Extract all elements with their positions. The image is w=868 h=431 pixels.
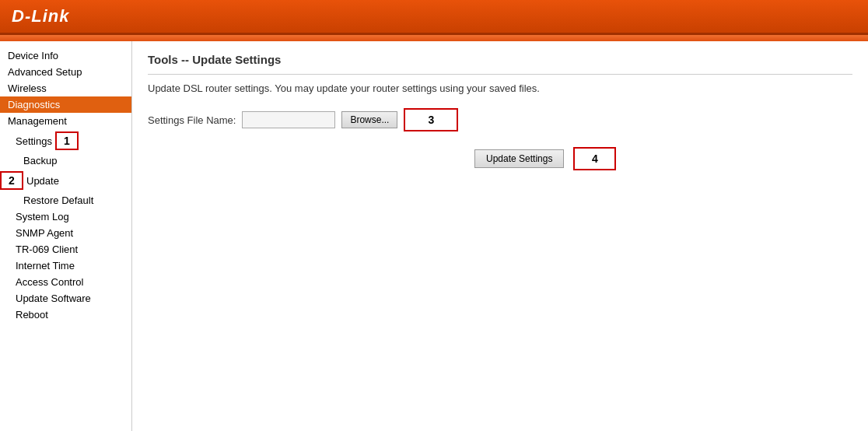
logo: D-Link — [12, 6, 69, 26]
annotation-2: 2 — [0, 171, 23, 190]
browse-button[interactable]: Browse... — [341, 111, 397, 128]
layout: Device Info Advanced Setup Wireless Diag… — [0, 41, 868, 431]
sidebar-item-advanced-setup[interactable]: Advanced Setup — [0, 64, 131, 80]
sidebar-item-management[interactable]: Management — [0, 113, 131, 129]
sidebar-item-reboot[interactable]: Reboot — [0, 307, 131, 323]
sidebar-item-restore-default[interactable]: Restore Default — [0, 192, 131, 208]
sidebar-item-settings[interactable]: Settings — [16, 135, 52, 147]
sidebar-item-device-info[interactable]: Device Info — [0, 47, 131, 64]
sidebar-item-update-software[interactable]: Update Software — [0, 290, 131, 307]
annotation-4: 4 — [573, 147, 616, 170]
divider — [148, 74, 852, 75]
sidebar-item-diagnostics[interactable]: Diagnostics — [0, 96, 131, 113]
annotation-1: 1 — [55, 131, 79, 150]
annotation-3: 3 — [404, 108, 458, 131]
page-title: Tools -- Update Settings — [148, 53, 852, 66]
sidebar-item-access-control[interactable]: Access Control — [0, 274, 131, 290]
file-name-label: Settings File Name: — [148, 114, 236, 126]
sidebar-item-backup[interactable]: Backup — [0, 152, 131, 169]
description: Update DSL router settings. You may upda… — [148, 82, 852, 94]
settings-file-input[interactable] — [242, 111, 335, 128]
sidebar: Device Info Advanced Setup Wireless Diag… — [0, 41, 132, 431]
sidebar-item-system-log[interactable]: System Log — [0, 208, 131, 225]
sidebar-item-internet-time[interactable]: Internet Time — [0, 258, 131, 274]
main-content: Tools -- Update Settings Update DSL rout… — [132, 41, 868, 431]
form-row: Settings File Name: Browse... 3 — [148, 108, 852, 131]
update-row: Update Settings 4 — [148, 147, 852, 170]
sidebar-item-snmp-agent[interactable]: SNMP Agent — [0, 225, 131, 241]
sidebar-item-tr069[interactable]: TR-069 Client — [0, 241, 131, 258]
sidebar-item-update[interactable]: Update — [26, 175, 59, 187]
update-settings-button[interactable]: Update Settings — [474, 149, 564, 168]
sidebar-item-wireless[interactable]: Wireless — [0, 80, 131, 96]
orange-bar — [0, 35, 868, 41]
header: D-Link — [0, 0, 868, 35]
